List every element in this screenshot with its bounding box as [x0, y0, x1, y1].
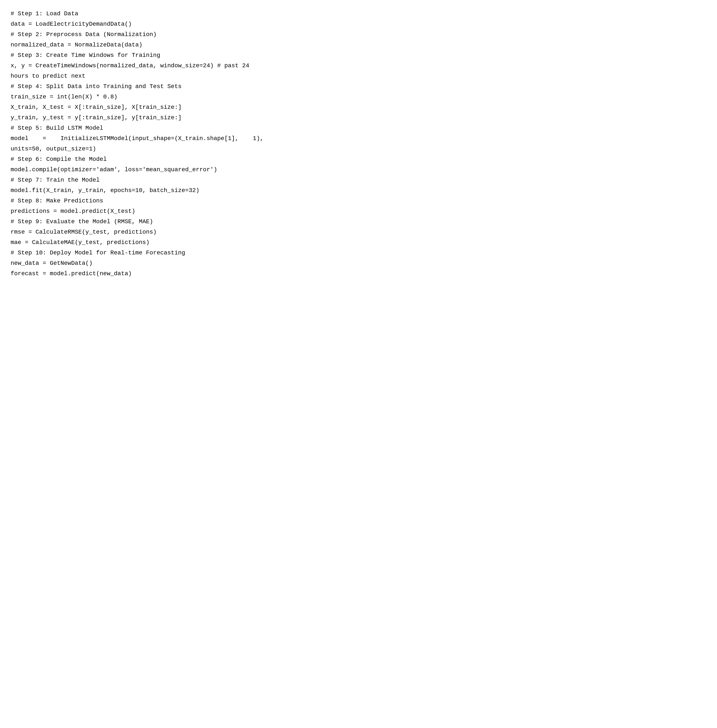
code-text-23: mae = CalculateMAE(y_test, predictions)	[11, 237, 150, 248]
code-text-22: rmse = CalculateRMSE(y_test, predictions…	[11, 227, 157, 237]
code-line-23: mae = CalculateMAE(y_test, predictions)	[11, 237, 706, 248]
code-text-14: units=50, output_size=1)	[11, 144, 96, 154]
code-text-6: x, y = CreateTimeWindows(normalized_data…	[11, 60, 249, 71]
code-line-5: # Step 3: Create Time Windows for Traini…	[11, 50, 706, 60]
code-text-7: hours to predict next	[11, 71, 85, 81]
code-line-12: # Step 5: Build LSTM Model	[11, 123, 706, 133]
code-line-14: units=50, output_size=1)	[11, 144, 706, 154]
code-text-21: # Step 9: Evaluate the Model (RMSE, MAE)	[11, 216, 153, 227]
code-block: # Step 1: Load Datadata = LoadElectricit…	[11, 9, 706, 279]
code-text-26: forecast = model.predict(new_data)	[11, 268, 132, 279]
code-text-17: # Step 7: Train the Model	[11, 175, 100, 185]
code-text-5: # Step 3: Create Time Windows for Traini…	[11, 50, 160, 60]
code-line-1: # Step 1: Load Data	[11, 9, 706, 19]
code-line-2: data = LoadElectricityDemandData()	[11, 19, 706, 29]
code-line-26: forecast = model.predict(new_data)	[11, 268, 706, 279]
code-line-19: # Step 8: Make Predictions	[11, 196, 706, 206]
code-text-19: # Step 8: Make Predictions	[11, 196, 103, 206]
code-line-17: # Step 7: Train the Model	[11, 175, 706, 185]
code-line-10: X_train, X_test = X[:train_size], X[trai…	[11, 102, 706, 112]
code-text-12: # Step 5: Build LSTM Model	[11, 123, 103, 133]
code-line-18: model.fit(X_train, y_train, epochs=10, b…	[11, 185, 706, 196]
code-text-3: # Step 2: Preprocess Data (Normalization…	[11, 29, 157, 40]
code-line-8: # Step 4: Split Data into Training and T…	[11, 81, 706, 92]
code-line-22: rmse = CalculateRMSE(y_test, predictions…	[11, 227, 706, 237]
code-line-25: new_data = GetNewData()	[11, 258, 706, 268]
code-line-3: # Step 2: Preprocess Data (Normalization…	[11, 29, 706, 40]
code-text-10: X_train, X_test = X[:train_size], X[trai…	[11, 102, 182, 112]
code-text-25: new_data = GetNewData()	[11, 258, 92, 268]
code-text-11: y_train, y_test = y[:train_size], y[trai…	[11, 112, 182, 123]
code-text-24: # Step 10: Deploy Model for Real-time Fo…	[11, 248, 185, 258]
code-line-6: x, y = CreateTimeWindows(normalized_data…	[11, 60, 706, 71]
code-line-15: # Step 6: Compile the Model	[11, 154, 706, 164]
code-text-20: predictions = model.predict(X_test)	[11, 206, 135, 216]
code-text-2: data = LoadElectricityDemandData()	[11, 19, 132, 29]
code-line-16: model.compile(optimizer='adam', loss='me…	[11, 164, 706, 175]
code-line-4: normalized_data = NormalizeData(data)	[11, 40, 706, 50]
code-line-7: hours to predict next	[11, 71, 706, 81]
code-line-9: train_size = int(len(X) * 0.8)	[11, 92, 706, 102]
code-line-11: y_train, y_test = y[:train_size], y[trai…	[11, 112, 706, 123]
code-text-9: train_size = int(len(X) * 0.8)	[11, 92, 117, 102]
code-text-18: model.fit(X_train, y_train, epochs=10, b…	[11, 185, 200, 196]
code-text-13: model = InitializeLSTMModel(input_shape=…	[11, 133, 264, 144]
code-text-1: # Step 1: Load Data	[11, 9, 78, 19]
code-line-13: model = InitializeLSTMModel(input_shape=…	[11, 133, 706, 144]
code-line-21: # Step 9: Evaluate the Model (RMSE, MAE)	[11, 216, 706, 227]
code-line-24: # Step 10: Deploy Model for Real-time Fo…	[11, 248, 706, 258]
code-text-8: # Step 4: Split Data into Training and T…	[11, 81, 182, 92]
code-text-15: # Step 6: Compile the Model	[11, 154, 107, 164]
code-text-16: model.compile(optimizer='adam', loss='me…	[11, 164, 217, 175]
code-line-20: predictions = model.predict(X_test)	[11, 206, 706, 216]
code-text-4: normalized_data = NormalizeData(data)	[11, 40, 142, 50]
